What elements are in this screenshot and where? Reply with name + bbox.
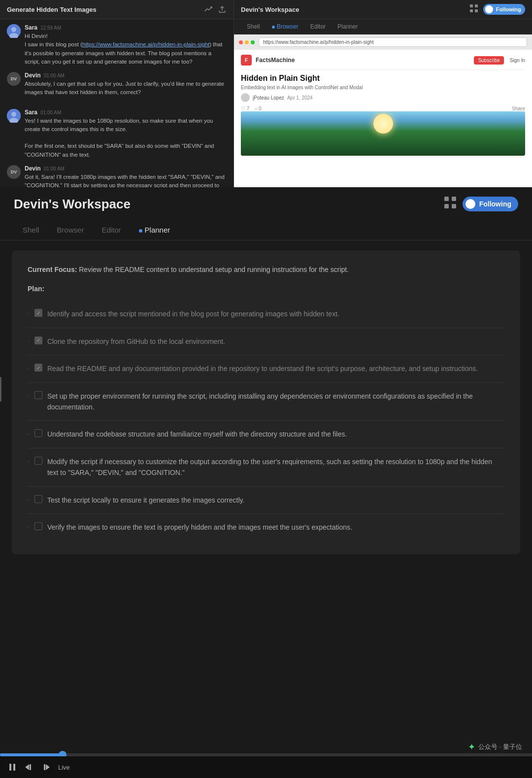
message-header: Devin 01:00 AM xyxy=(25,165,227,172)
article-title: Hidden in Plain Sight xyxy=(241,74,525,83)
plan-items: · Identify and access the script mention… xyxy=(28,301,504,541)
plan-item-text: Verify the images to ensure the text is … xyxy=(47,522,504,533)
tab-browser-main[interactable]: Browser xyxy=(48,220,93,240)
svg-rect-13 xyxy=(452,204,456,208)
article-subtitle: Embedding text in AI images with Control… xyxy=(241,85,525,90)
avatar xyxy=(7,109,21,123)
message-row: Sara 12:59 AM Hi Devin! I saw in this bl… xyxy=(7,24,227,66)
chart-icon[interactable] xyxy=(204,5,213,14)
svg-rect-9 xyxy=(475,9,478,12)
main-section: Devin's Workspace Following Shell Browse… xyxy=(0,187,532,604)
tabs-row-top: Shell Browser Editor Planner xyxy=(234,19,532,34)
plan-item-text: Test the script locally to ensure it gen… xyxy=(47,495,504,506)
sender-name: Devin xyxy=(25,72,41,79)
author-avatar xyxy=(241,93,250,102)
tab-shell-main[interactable]: Shell xyxy=(14,220,48,240)
subscribe-button[interactable]: Subscribe xyxy=(474,56,503,65)
forest-image: FORES xyxy=(241,111,525,156)
rewind-button[interactable] xyxy=(25,763,33,772)
upload-icon[interactable] xyxy=(218,5,227,14)
plan-checkbox[interactable] xyxy=(34,364,42,372)
wechat-icon: ✦ xyxy=(468,742,475,752)
share-btn[interactable]: Share xyxy=(512,106,525,111)
message-content: Devin 01:00 AM Absolutely, I can get tha… xyxy=(25,72,227,97)
following-toggle-main[interactable]: Following xyxy=(463,197,518,211)
plan-item: · Clone the repository from GitHub to th… xyxy=(28,328,504,355)
chat-title: Generate Hidden Text Images xyxy=(7,6,97,13)
tab-editor-main[interactable]: Editor xyxy=(93,220,130,240)
dot-yellow[interactable] xyxy=(245,40,249,44)
bullet: · xyxy=(28,523,30,531)
grid-icon-main[interactable] xyxy=(444,196,457,212)
svg-point-1 xyxy=(11,27,16,32)
browser-panel-top: Devin's Workspace Following Shell Browse… xyxy=(234,0,532,187)
plan-checkbox[interactable] xyxy=(34,495,42,503)
message-content: Sara 12:59 AM Hi Devin! I saw in this bl… xyxy=(25,24,227,66)
workspace-title-top: Devin's Workspace xyxy=(241,6,299,13)
tab-planner-top[interactable]: Planner xyxy=(332,19,364,34)
forward-button[interactable] xyxy=(41,763,50,772)
plan-checkbox[interactable] xyxy=(34,309,42,317)
plan-checkbox[interactable] xyxy=(34,429,42,437)
tab-shell-top[interactable]: Shell xyxy=(241,19,266,34)
browser-url[interactable]: https://www.factsmachine.ai/p/hidden-in-… xyxy=(259,37,527,47)
bullet: · xyxy=(28,496,30,504)
message-text: Yes! I want the images to be 1080p resol… xyxy=(25,117,227,159)
tab-planner-main[interactable]: Planner xyxy=(130,220,179,240)
plan-item: · Understand the codebase structure and … xyxy=(28,421,504,448)
pause-button[interactable] xyxy=(8,763,17,772)
plan-item-text: Read the README and any documentation pr… xyxy=(47,363,504,374)
following-label-top: Following xyxy=(496,6,521,12)
dot-red[interactable] xyxy=(239,40,243,44)
svg-rect-6 xyxy=(470,4,473,7)
message-row: Sara 01:00 AM Yes! I want the images to … xyxy=(7,109,227,159)
sender-name: Sara xyxy=(25,109,37,116)
plan-item: · Set up the proper environment for runn… xyxy=(28,383,504,421)
svg-rect-15 xyxy=(13,764,15,771)
author-name: jPoteau Lopez xyxy=(253,95,284,101)
tab-editor-top[interactable]: Editor xyxy=(304,19,332,34)
site-actions: Subscribe Sign In xyxy=(474,56,525,65)
bullet: · xyxy=(28,392,30,400)
message-header: Devin 01:00 AM xyxy=(25,72,227,79)
bullet: · xyxy=(28,430,30,438)
plan-checkbox[interactable] xyxy=(34,457,42,465)
bottom-controls: Live xyxy=(0,756,532,778)
message-content: Sara 01:00 AM Yes! I want the images to … xyxy=(25,109,227,159)
following-label-main: Following xyxy=(479,200,511,208)
plan-item: · Read the README and any documentation … xyxy=(28,355,504,382)
svg-rect-11 xyxy=(452,197,456,201)
message-header: Sara 01:00 AM xyxy=(25,109,227,116)
browser-dots xyxy=(239,40,255,44)
sign-in-link[interactable]: Sign In xyxy=(510,58,525,63)
avatar xyxy=(7,24,21,38)
browser-page: F FactsMachine Subscribe Sign In Hidden … xyxy=(234,50,532,186)
grid-icon[interactable] xyxy=(469,4,478,15)
live-label: Live xyxy=(58,764,70,771)
plan-checkbox[interactable] xyxy=(34,391,42,399)
following-toggle-top[interactable]: Following xyxy=(483,4,525,15)
message-text: Absolutely, I can get that set up for yo… xyxy=(25,80,227,97)
current-focus-label: Current Focus: xyxy=(28,266,77,273)
plan-item-text: Modify the script if necessary to custom… xyxy=(47,456,504,478)
plan-checkbox[interactable] xyxy=(34,522,42,530)
svg-rect-10 xyxy=(444,197,449,201)
workspace-header-main-right: Following xyxy=(444,196,518,212)
tabs-row-main: Shell Browser Editor Planner xyxy=(0,220,532,240)
message-link[interactable]: https://www.factsmachine.ai/p/hidden-in-… xyxy=(82,41,209,47)
message-text: Got it, Sara! I'll create 1080p images w… xyxy=(25,173,227,187)
like-count: ♡ 7 xyxy=(241,106,249,111)
bullet: · xyxy=(28,457,30,465)
avatar: DV xyxy=(7,72,21,86)
current-focus: Current Focus: Review the README content… xyxy=(28,264,504,275)
bullet: · xyxy=(28,337,30,345)
tab-browser-top[interactable]: Browser xyxy=(266,19,304,34)
browser-chrome: https://www.factsmachine.ai/p/hidden-in-… xyxy=(234,34,532,50)
dot-green[interactable] xyxy=(251,40,255,44)
svg-rect-14 xyxy=(9,764,11,771)
plan-checkbox[interactable] xyxy=(34,337,42,344)
chat-header-icons xyxy=(204,5,227,14)
message-time: 01:00 AM xyxy=(40,110,61,115)
plan-item-text: Identify and access the script mentioned… xyxy=(47,308,504,319)
svg-point-4 xyxy=(11,112,16,117)
